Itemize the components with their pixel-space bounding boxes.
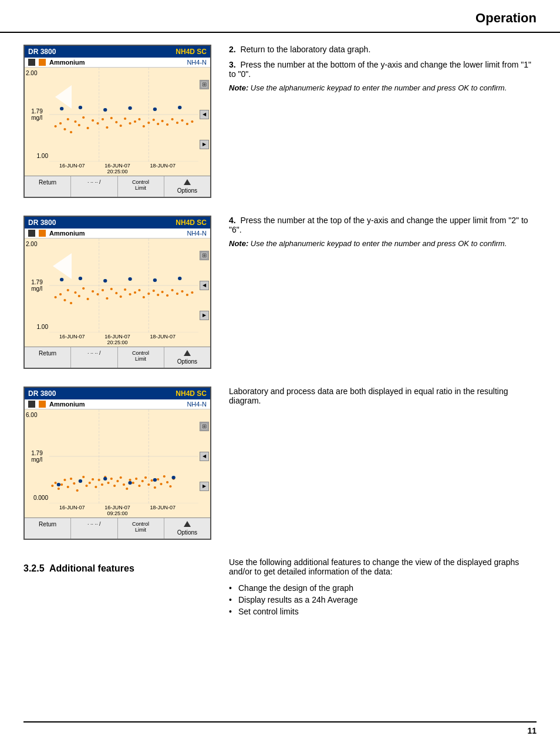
- graph-area-3: 6.00 1.79 mg/l 0.000: [25, 409, 210, 503]
- device-screen-2: DR 3800 NH4D SC Ammonium NH4-N 2.00 1.79…: [23, 216, 211, 369]
- graph-zoom-in-2[interactable]: ⊞: [200, 251, 209, 260]
- toolbar-control-1[interactable]: Control Limit: [118, 176, 164, 197]
- graph-area-1: 2.00 1.79 mg/l 1.00: [25, 68, 210, 162]
- svg-point-12: [82, 116, 85, 119]
- svg-point-59: [96, 293, 99, 295]
- svg-point-50: [59, 293, 62, 295]
- svg-point-6: [59, 122, 62, 125]
- graph-zoom-in-3[interactable]: ⊞: [200, 422, 209, 431]
- y-bot-2: 1.00: [37, 324, 48, 330]
- toolbar-options-2[interactable]: Options: [164, 347, 210, 368]
- y-top-2: 2.00: [26, 241, 37, 247]
- svg-point-57: [87, 298, 89, 300]
- svg-point-17: [106, 126, 108, 129]
- svg-point-5: [54, 125, 56, 127]
- device-title-right-2: NH4D SC: [176, 219, 207, 227]
- svg-point-77: [181, 290, 183, 293]
- step-3-number: 3.: [229, 60, 236, 69]
- graph-scroll-right-3[interactable]: ▶: [200, 482, 209, 491]
- svg-point-21: [124, 117, 126, 120]
- svg-point-116: [123, 483, 125, 486]
- x-label-3c: 18-JUN-07: [150, 505, 176, 516]
- svg-point-99: [70, 478, 72, 480]
- svg-point-117: [126, 488, 128, 490]
- svg-point-122: [141, 480, 144, 482]
- graph-x-labels-2: 16-JUN-07 16-JUN-07 20:25:00 18-JUN-07: [25, 332, 210, 347]
- svg-point-56: [82, 287, 85, 290]
- svg-point-54: [74, 291, 76, 294]
- channel-sub-3: NH4-N: [187, 401, 207, 408]
- device-title-right-1: NH4D SC: [176, 48, 207, 56]
- device-title-left-1: DR 3800: [28, 48, 56, 56]
- svg-point-111: [107, 482, 109, 484]
- graph-scroll-left-1[interactable]: ◀: [200, 110, 209, 119]
- toolbar-control-2[interactable]: Control Limit: [118, 347, 164, 368]
- svg-point-69: [143, 296, 145, 298]
- svg-point-28: [157, 123, 159, 125]
- svg-point-76: [176, 293, 178, 295]
- x-label-3a: 16-JUN-07: [59, 505, 85, 516]
- header-title: Operation: [475, 11, 537, 26]
- screen3-description: Laboratory and process data are both dis…: [229, 387, 537, 405]
- step-3: 3. Press the number at the bottom of the…: [229, 60, 537, 92]
- note-3-body: Use the alphanumeric keypad to enter the…: [251, 83, 507, 92]
- arrow-cursor-1: [55, 85, 72, 109]
- toolbar-return-1[interactable]: Return: [25, 176, 71, 197]
- toolbar-options-3[interactable]: Options: [164, 518, 210, 539]
- options-label-1: Options: [166, 187, 209, 194]
- step-2: 2. Return to the laboratory data graph.: [229, 45, 537, 54]
- svg-point-104: [85, 485, 87, 487]
- svg-point-39: [128, 106, 131, 110]
- graph-right-controls-3: ⊞ ◀ ▶: [198, 409, 210, 503]
- toolbar-dots-2[interactable]: · ·· ·· /: [71, 347, 117, 368]
- page-header: Operation: [0, 0, 560, 33]
- toolbar-dots-1[interactable]: · ·· ·· /: [71, 176, 117, 197]
- graph-x-labels-1: 16-JUN-07 16-JUN-07 20:25:00 18-JUN-07: [25, 162, 210, 176]
- svg-point-67: [134, 291, 136, 294]
- svg-point-118: [129, 479, 131, 481]
- section-325: 3.2.5 Additional features Use the follow…: [23, 557, 537, 619]
- step-3-note: Note: Use the alphanumeric keypad to ent…: [229, 83, 537, 92]
- svg-point-34: [186, 123, 188, 125]
- graph-scroll-left-3[interactable]: ◀: [200, 452, 209, 461]
- channel-icon-black-3: [28, 401, 35, 408]
- toolbar-return-3[interactable]: Return: [25, 518, 71, 539]
- graph-svg-1: [49, 68, 198, 162]
- options-label-2: Options: [166, 358, 209, 365]
- svg-point-63: [115, 292, 117, 294]
- svg-point-60: [102, 289, 104, 291]
- svg-point-131: [169, 485, 171, 488]
- toolbar-control-3[interactable]: Control Limit: [118, 518, 164, 539]
- svg-point-85: [178, 277, 181, 280]
- svg-point-9: [70, 131, 72, 133]
- device-channel-bar-2: Ammonium NH4-N: [25, 228, 210, 238]
- page-content: DR 3800 NH4D SC Ammonium NH4-N 2.00 1.79…: [0, 33, 560, 648]
- step-4-number: 4.: [229, 216, 236, 225]
- svg-point-82: [103, 279, 107, 283]
- x-label-2a: 16-JUN-07: [59, 334, 85, 345]
- y-mid-2: 1.79 mg/l: [31, 279, 42, 292]
- svg-point-66: [129, 293, 131, 295]
- svg-point-130: [166, 481, 168, 483]
- svg-point-123: [144, 476, 147, 479]
- toolbar-options-1[interactable]: Options: [164, 176, 210, 197]
- toolbar-return-2[interactable]: Return: [25, 347, 71, 368]
- svg-point-49: [54, 296, 56, 298]
- svg-point-25: [143, 125, 145, 127]
- svg-point-41: [178, 106, 181, 109]
- graph-scroll-right-1[interactable]: ▶: [200, 140, 209, 149]
- svg-point-10: [74, 120, 76, 123]
- svg-point-97: [63, 479, 66, 481]
- svg-point-98: [67, 486, 69, 488]
- svg-point-124: [147, 483, 150, 486]
- graph-zoom-in-1[interactable]: ⊞: [200, 80, 209, 89]
- graph-main-3: [49, 409, 198, 503]
- svg-point-61: [106, 297, 108, 300]
- graph-scroll-right-2[interactable]: ▶: [200, 311, 209, 320]
- x-label-3b: 16-JUN-07 09:25:00: [104, 505, 130, 516]
- graph-scroll-left-2[interactable]: ◀: [200, 281, 209, 290]
- toolbar-dots-3[interactable]: · ·· ·· /: [71, 518, 117, 539]
- channel-label-3: Ammonium: [49, 401, 85, 408]
- graph-main-1: [49, 68, 198, 162]
- svg-point-121: [138, 485, 140, 487]
